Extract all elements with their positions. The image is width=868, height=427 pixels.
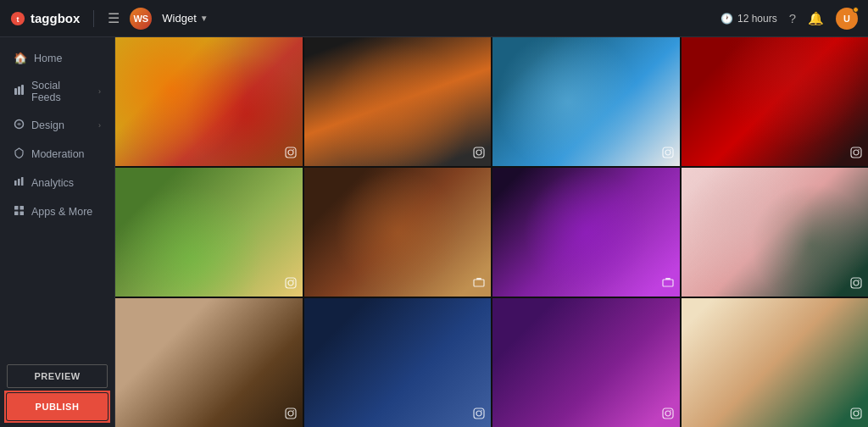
chevron-down-icon: ▼ (200, 14, 209, 23)
svg-rect-29 (476, 278, 481, 280)
svg-point-15 (292, 149, 293, 150)
sidebar-label-apps-more: Apps & More (31, 206, 101, 218)
workspace-initials: WS (133, 14, 148, 24)
photo-cell-3[interactable] (492, 37, 680, 166)
svg-rect-4 (21, 85, 24, 95)
svg-rect-2 (14, 88, 17, 95)
instagram-icon-9 (285, 408, 297, 422)
svg-point-14 (288, 150, 293, 155)
notification-dot (853, 7, 859, 13)
svg-rect-16 (474, 147, 484, 158)
photo-cell-8[interactable] (682, 168, 869, 297)
photo-cell-11[interactable] (492, 298, 680, 427)
svg-point-39 (476, 411, 481, 416)
analytics-icon (14, 176, 25, 190)
photo-cell-2[interactable] (304, 37, 492, 166)
design-icon (14, 119, 25, 132)
moderation-icon (14, 147, 25, 161)
apps-icon (14, 205, 25, 219)
svg-point-42 (665, 411, 670, 416)
sidebar-item-analytics[interactable]: Analytics (0, 169, 114, 197)
workspace-avatar[interactable]: WS (130, 8, 152, 30)
instagram-icon-11 (662, 408, 674, 422)
sidebar-item-apps-more[interactable]: Apps & More (0, 197, 114, 226)
arrow-icon: › (98, 121, 101, 130)
svg-rect-30 (663, 280, 673, 286)
clock-icon: 🕐 (721, 13, 733, 25)
sidebar: 🏠 Home Social Feeds › (0, 37, 115, 427)
user-initials: U (843, 14, 850, 24)
photo-cell-9[interactable] (115, 298, 303, 427)
photo-cell-5[interactable] (115, 168, 303, 297)
svg-rect-10 (20, 206, 25, 210)
photo-cell-12[interactable] (682, 298, 869, 427)
logo-text: taggbox (31, 11, 80, 25)
svg-rect-28 (474, 280, 484, 286)
publish-button[interactable]: PUBLISH (7, 393, 108, 420)
photo-cell-1[interactable] (115, 37, 303, 166)
photo-cell-7[interactable] (492, 168, 680, 297)
svg-rect-12 (20, 212, 25, 216)
svg-rect-3 (18, 86, 20, 95)
instagram-icon-10 (473, 408, 485, 422)
svg-point-17 (476, 150, 481, 155)
widget-label: Widget (162, 12, 196, 25)
photo-grid (115, 37, 868, 427)
preview-button[interactable]: PREVIEW (7, 364, 108, 388)
instagram-icon-2 (473, 147, 485, 161)
svg-rect-38 (474, 408, 484, 419)
svg-rect-41 (663, 408, 673, 419)
svg-rect-35 (286, 408, 296, 419)
svg-point-37 (292, 410, 293, 411)
svg-point-46 (859, 410, 860, 411)
instagram-icon-12 (850, 408, 862, 422)
svg-rect-13 (286, 147, 296, 158)
hamburger-icon[interactable]: ☰ (108, 10, 120, 26)
sidebar-item-home[interactable]: 🏠 Home (0, 44, 114, 72)
home-icon: 🏠 (14, 52, 27, 64)
sidebar-label-home: Home (34, 53, 101, 64)
svg-point-34 (859, 280, 860, 280)
photo-cell-10[interactable] (304, 298, 492, 427)
sidebar-item-design[interactable]: Design › (0, 111, 114, 140)
svg-point-33 (854, 280, 859, 286)
svg-rect-31 (665, 278, 670, 280)
svg-rect-25 (286, 278, 296, 288)
photo-cell-4[interactable] (682, 37, 869, 166)
svg-point-26 (288, 280, 293, 286)
svg-rect-32 (851, 278, 861, 288)
user-avatar[interactable]: U (836, 8, 858, 30)
svg-rect-11 (14, 212, 19, 216)
svg-rect-8 (21, 177, 24, 186)
photo-cell-6[interactable] (304, 168, 492, 297)
svg-text:t: t (17, 14, 19, 23)
app-header: t taggbox ☰ WS Widget ▼ 🕐 12 hours ? 🔔 U (0, 0, 868, 37)
sidebar-label-social-feeds: Social Feeds (31, 80, 92, 103)
svg-rect-6 (14, 180, 17, 186)
svg-point-20 (665, 150, 670, 155)
instagram-icon-4 (850, 147, 862, 161)
svg-rect-19 (663, 147, 673, 158)
svg-point-40 (481, 410, 482, 411)
sidebar-bottom: PREVIEW PUBLISH (0, 358, 114, 427)
sidebar-item-social-feeds[interactable]: Social Feeds › (0, 72, 114, 111)
svg-rect-44 (851, 408, 861, 419)
instagram-icon-3 (662, 147, 674, 161)
sidebar-item-moderation[interactable]: Moderation (0, 140, 114, 169)
svg-point-36 (288, 411, 293, 416)
bell-icon[interactable]: 🔔 (808, 11, 824, 26)
social-feeds-icon (14, 85, 25, 98)
help-icon[interactable]: ? (789, 11, 796, 25)
gallery-icon-7 (662, 277, 674, 291)
sidebar-label-analytics: Analytics (31, 177, 101, 189)
gallery-icon-6 (473, 277, 485, 291)
sidebar-label-design: Design (31, 119, 92, 131)
instagram-icon-5 (285, 277, 297, 291)
arrow-icon: › (98, 87, 101, 96)
instagram-icon-1 (285, 147, 297, 161)
sidebar-label-moderation: Moderation (31, 148, 101, 160)
logo[interactable]: t taggbox (10, 11, 80, 26)
widget-selector[interactable]: Widget ▼ (162, 12, 208, 25)
svg-rect-22 (851, 147, 861, 158)
svg-point-24 (859, 149, 860, 150)
